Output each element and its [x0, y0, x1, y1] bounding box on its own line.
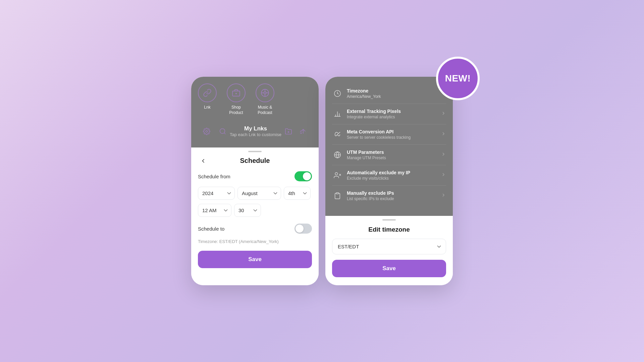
timezone-hint: Timezone: EST/EDT (America/New_York): [198, 239, 312, 244]
lnk-label: Lnk: [204, 105, 210, 110]
meta-logo-icon: [334, 131, 341, 138]
manual-ip-title: Manually exclude IPs: [347, 190, 437, 196]
lnk-icon-item[interactable]: Lnk: [198, 83, 217, 110]
icon-row: Lnk ShopProduct: [198, 83, 312, 115]
settings-item-timezone[interactable]: Timezone America/New_York: [332, 83, 446, 104]
settings-item-auto-ip[interactable]: Automatically exclude my IP Exclude my v…: [332, 165, 446, 186]
edit-timezone-section: Edit timezone EST/EDT PST/PDT CST/CDT MS…: [325, 216, 453, 285]
phone-top-section: Lnk ShopProduct: [191, 77, 319, 147]
auto-ip-icon: [332, 170, 343, 181]
edit-timezone-title: Edit timezone: [332, 226, 446, 233]
chevron-right-icon: [441, 152, 446, 157]
svg-point-9: [206, 130, 208, 132]
manual-ip-chevron: [441, 192, 446, 199]
shop-icon-circle: [227, 83, 246, 102]
drag-handle: [248, 151, 262, 152]
shop-icon: [232, 88, 240, 97]
my-lnks-center: My Lnks Tap each Lnk to customise: [229, 125, 282, 137]
schedule-from-row: Schedule from: [198, 171, 312, 181]
clipboard-icon: [334, 192, 341, 199]
music-icon: [261, 88, 269, 97]
chevron-right-icon: [441, 192, 446, 198]
chevron-right-icon: [441, 172, 446, 177]
main-container: NEW! Lnk: [191, 77, 453, 285]
my-lnks-section: My Lnks Tap each Lnk to customise: [198, 125, 312, 137]
utm-title: UTM Parameters: [347, 149, 437, 155]
phone-left: Lnk ShopProduct: [191, 77, 319, 285]
settings-item-manual-ip[interactable]: Manually exclude IPs List specific IPs t…: [332, 186, 446, 206]
settings-item-meta[interactable]: Meta Conversion API Server to server coo…: [332, 124, 446, 145]
sort-button[interactable]: [297, 125, 309, 137]
timezone-value: America/New_York: [347, 94, 442, 99]
svg-rect-26: [336, 193, 338, 194]
new-badge: NEW!: [436, 57, 480, 100]
user-x-icon: [334, 172, 341, 179]
chevron-right-icon: [441, 111, 446, 116]
utm-text: UTM Parameters Manage UTM Presets: [343, 149, 441, 160]
music-icon-item[interactable]: Music &Podcast: [256, 83, 274, 115]
utm-chevron: [441, 152, 446, 158]
shop-icon-item[interactable]: ShopProduct: [227, 83, 246, 115]
link-icon: [203, 88, 212, 97]
search-button[interactable]: [217, 125, 229, 137]
tracking-icon: [332, 109, 343, 119]
search-icon: [219, 128, 226, 135]
meta-chevron: [441, 131, 446, 138]
settings-item-tracking[interactable]: External Tracking Pixels Integrate exter…: [332, 104, 446, 124]
back-button[interactable]: [198, 156, 209, 166]
new-badge-text: NEW!: [445, 73, 471, 84]
utm-sub: Manage UTM Presets: [347, 156, 437, 160]
sort-icon: [300, 128, 307, 135]
auto-ip-title: Automatically exclude my IP: [347, 170, 437, 175]
timezone-text-block: Timezone America/New_York: [343, 88, 446, 99]
schedule-section: Schedule Schedule from 2024 2023 2025: [191, 147, 319, 285]
auto-ip-text: Automatically exclude my IP Exclude my v…: [343, 170, 441, 181]
meta-text: Meta Conversion API Server to server coo…: [343, 129, 441, 140]
my-lnks-right: [282, 125, 309, 137]
shop-label: ShopProduct: [229, 105, 243, 115]
utm-icon: [332, 149, 343, 160]
meta-sub: Server to server cookieless tracking: [347, 135, 437, 140]
manual-ip-icon: [332, 190, 343, 201]
year-select[interactable]: 2024 2023 2025: [198, 187, 235, 200]
manual-ip-text: Manually exclude IPs List specific IPs t…: [343, 190, 441, 201]
drag-handle-right: [382, 219, 396, 221]
schedule-to-label: Schedule to: [198, 226, 224, 232]
month-select[interactable]: August January February: [237, 187, 281, 200]
back-arrow-icon: [200, 158, 207, 164]
hour-select[interactable]: 12 AM 1 AM 12 PM: [198, 204, 231, 217]
my-lnks-left: [201, 125, 229, 137]
svg-line-11: [224, 133, 225, 134]
date-row: 2024 2023 2025 August January February 4…: [198, 187, 312, 200]
svg-point-23: [335, 173, 337, 175]
meta-icon: [332, 129, 343, 140]
schedule-from-label: Schedule from: [198, 174, 230, 179]
timezone-icon: [332, 88, 343, 99]
gear-button[interactable]: [201, 125, 213, 137]
time-row: 12 AM 1 AM 12 PM 30 00 15 45: [198, 204, 312, 217]
settings-item-utm[interactable]: UTM Parameters Manage UTM Presets: [332, 145, 446, 165]
music-icon-circle: [256, 83, 274, 102]
tracking-chevron: [441, 111, 446, 117]
schedule-to-row: Schedule to: [198, 224, 312, 234]
schedule-to-toggle[interactable]: [294, 224, 312, 234]
schedule-header: Schedule: [191, 157, 319, 171]
auto-ip-chevron: [441, 172, 446, 179]
tracking-sub: Integrate external analytics: [347, 115, 437, 119]
schedule-from-toggle[interactable]: [294, 171, 312, 181]
form-section: Schedule from 2024 2023 2025 August Janu…: [191, 171, 319, 275]
svg-point-4: [264, 92, 266, 94]
folder-button[interactable]: [282, 125, 294, 137]
folder-icon: [285, 128, 292, 135]
minute-select[interactable]: 30 00 15 45: [234, 204, 261, 217]
schedule-save-button[interactable]: Save: [198, 251, 312, 268]
timezone-select[interactable]: EST/EDT PST/PDT CST/CDT MST/MDT UTC: [332, 239, 446, 254]
clock-icon: [334, 90, 341, 97]
chevron-right-icon: [441, 131, 446, 136]
schedule-title: Schedule: [198, 157, 312, 165]
lnk-icon-circle: [198, 83, 217, 102]
meta-title: Meta Conversion API: [347, 129, 437, 134]
timezone-title: Timezone: [347, 88, 442, 94]
timezone-save-button[interactable]: Save: [332, 260, 446, 277]
day-select[interactable]: 4th 1st 2nd: [284, 187, 311, 200]
